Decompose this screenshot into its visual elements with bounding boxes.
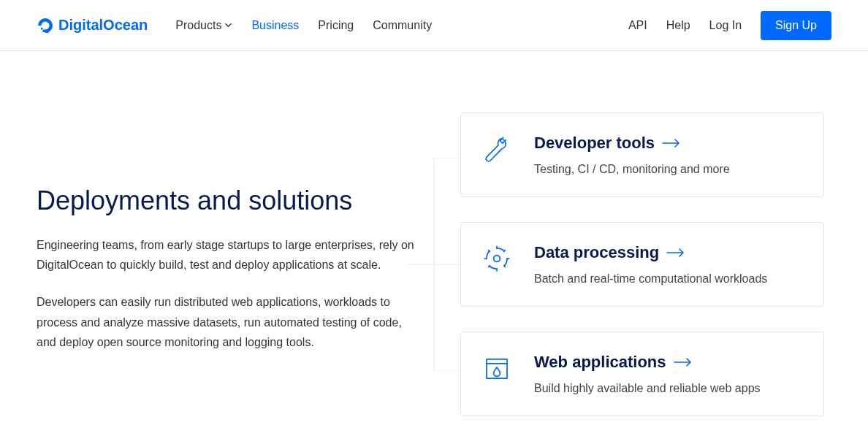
section-paragraph-1: Engineering teams, from early stage star… bbox=[37, 235, 416, 275]
main-content: Deployments and solutions Engineering te… bbox=[0, 51, 868, 444]
nav-help[interactable]: Help bbox=[666, 19, 690, 32]
card-web-applications[interactable]: Web applications Build highly available … bbox=[460, 332, 824, 416]
chevron-down-icon bbox=[224, 19, 232, 32]
signup-button[interactable]: Sign Up bbox=[761, 11, 831, 40]
nav-right-group: API Help Log In Sign Up bbox=[628, 11, 831, 40]
browser-droplet-icon bbox=[481, 353, 512, 383]
cards-column: Developer tools Testing, CI / CD, monito… bbox=[460, 112, 824, 416]
card-title: Developer tools bbox=[534, 134, 802, 153]
nav-links: Products Business Pricing Community bbox=[175, 19, 432, 32]
arrow-right-icon bbox=[666, 248, 685, 258]
nav-products[interactable]: Products bbox=[175, 19, 232, 32]
nav-business[interactable]: Business bbox=[251, 19, 299, 32]
top-nav: DigitalOcean Products Business Pricing C… bbox=[0, 0, 868, 51]
gear-icon bbox=[481, 243, 512, 274]
logo-link[interactable]: DigitalOcean bbox=[37, 17, 148, 34]
card-title: Web applications bbox=[534, 353, 802, 372]
card-desc: Build highly available and reliable web … bbox=[534, 382, 802, 395]
nav-community[interactable]: Community bbox=[373, 19, 432, 32]
arrow-right-icon bbox=[674, 357, 693, 367]
nav-pricing[interactable]: Pricing bbox=[318, 19, 354, 32]
svg-rect-1 bbox=[487, 359, 507, 378]
brand-name: DigitalOcean bbox=[58, 17, 148, 34]
card-body: Data processing Batch and real-time comp… bbox=[534, 243, 802, 286]
card-data-processing[interactable]: Data processing Batch and real-time comp… bbox=[460, 222, 824, 307]
digitalocean-logo-icon bbox=[37, 17, 54, 34]
nav-left-group: DigitalOcean Products Business Pricing C… bbox=[37, 17, 432, 34]
section-paragraph-2: Developers can easily run distributed we… bbox=[37, 292, 416, 352]
text-column: Deployments and solutions Engineering te… bbox=[37, 112, 416, 416]
card-desc: Batch and real-time computational worklo… bbox=[534, 272, 802, 286]
card-title: Data processing bbox=[534, 243, 802, 262]
arrow-right-icon bbox=[662, 138, 681, 148]
card-developer-tools[interactable]: Developer tools Testing, CI / CD, monito… bbox=[460, 112, 824, 197]
card-body: Web applications Build highly available … bbox=[534, 353, 802, 395]
nav-login[interactable]: Log In bbox=[709, 19, 742, 32]
svg-point-0 bbox=[494, 256, 500, 262]
card-desc: Testing, CI / CD, monitoring and more bbox=[534, 163, 802, 176]
nav-api[interactable]: API bbox=[628, 19, 647, 32]
card-body: Developer tools Testing, CI / CD, monito… bbox=[534, 134, 802, 176]
wrench-icon bbox=[481, 134, 512, 164]
section-heading: Deployments and solutions bbox=[37, 185, 416, 216]
